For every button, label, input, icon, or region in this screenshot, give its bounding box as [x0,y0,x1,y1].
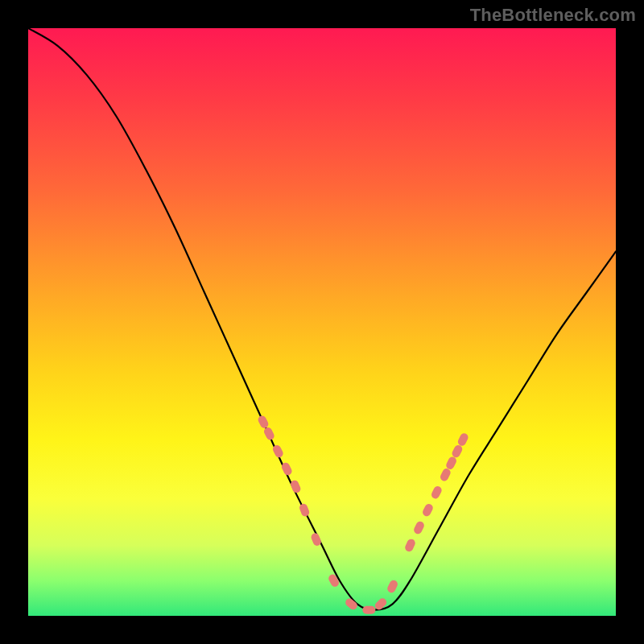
highlight-dot [439,467,452,482]
highlight-dot [386,579,399,594]
highlight-dot [310,532,322,547]
highlight-dot [299,502,311,518]
highlight-dot [412,520,425,535]
highlight-dot [404,538,417,553]
chart-frame: TheBottleneck.com [0,0,644,644]
highlight-dot [445,456,458,471]
highlight-dot [451,444,464,459]
highlight-dot [456,432,469,448]
highlight-dot [327,573,340,588]
watermark-text: TheBottleneck.com [470,5,636,26]
highlight-dot [344,597,359,611]
plot-area [28,28,616,616]
highlight-dot [257,415,270,430]
highlight-dots-group [257,415,469,614]
highlight-dot [362,606,375,614]
bottleneck-curve-path [28,28,616,610]
chart-svg [28,28,616,616]
highlight-dot [430,485,443,500]
highlight-dot [262,426,275,441]
highlight-dot [421,502,434,518]
highlight-dot [289,479,301,494]
